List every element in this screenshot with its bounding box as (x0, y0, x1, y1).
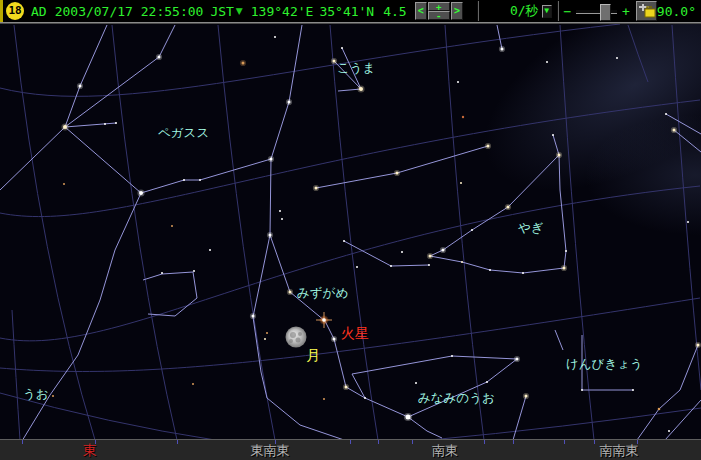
star (289, 291, 292, 294)
direction-label: 南東 (432, 442, 458, 460)
altaz-grid-line (218, 25, 275, 439)
constellation-line (352, 356, 517, 417)
star (457, 81, 459, 83)
altaz-grid-line (12, 310, 20, 439)
mars-label: 火星 (341, 325, 369, 341)
moon-label: 月 (306, 347, 320, 363)
star (333, 338, 336, 341)
altaz-grid-line (430, 408, 701, 439)
constellation-line (143, 272, 197, 316)
constellation-line (0, 127, 65, 190)
view-settings-icon (637, 3, 656, 19)
star (171, 225, 173, 227)
separator (477, 1, 479, 21)
star (471, 229, 473, 231)
star (687, 221, 689, 223)
star (323, 398, 325, 400)
star (279, 210, 281, 212)
direction-label: 東南東 (251, 442, 290, 460)
constellation-label: ペガスス (158, 125, 209, 140)
step-size-stepper: + - (428, 2, 450, 20)
azimuth-tick (484, 440, 485, 444)
fov-slider[interactable] (576, 9, 617, 14)
constellation-line (344, 241, 429, 266)
star (429, 255, 432, 258)
star (522, 272, 524, 274)
star (242, 62, 245, 65)
star (209, 249, 211, 251)
step-back-button[interactable]: < (415, 2, 427, 20)
azimuth-tick (513, 440, 514, 444)
star (401, 251, 403, 253)
star (442, 249, 445, 252)
star (115, 122, 117, 124)
view-settings-button[interactable] (636, 1, 657, 21)
star (315, 187, 318, 190)
constellation-label: やぎ (518, 220, 544, 235)
star (581, 389, 583, 391)
star (104, 123, 106, 125)
speed-dropdown-icon[interactable]: ▼ (542, 5, 552, 18)
fov-slider-thumb[interactable] (600, 4, 611, 21)
star (516, 358, 519, 361)
star (546, 61, 548, 63)
star (525, 395, 528, 398)
azimuth-tick (22, 440, 23, 444)
star (658, 408, 661, 411)
star (428, 264, 430, 266)
mars[interactable] (322, 318, 326, 322)
star (63, 125, 67, 129)
star (486, 381, 488, 383)
star (274, 36, 276, 38)
star (487, 145, 490, 148)
speed-display: 0/秒 (510, 2, 539, 20)
star (673, 129, 676, 132)
star (396, 172, 399, 175)
toolbar: 18 AD 2003/07/17 22:55:00 JST ▼ 139°42'E… (0, 0, 701, 22)
star (161, 272, 163, 274)
constellation-line (665, 400, 701, 439)
constellation-label: みずがめ (297, 285, 348, 300)
star (270, 158, 273, 161)
star (252, 315, 255, 318)
latitude-display: 35°41'N (319, 4, 374, 19)
constellation-line (430, 256, 564, 273)
star (269, 234, 272, 237)
star (451, 355, 453, 357)
zoom-in-label[interactable]: + (622, 4, 630, 19)
longitude-display: 139°42'E (251, 4, 314, 19)
moon-mare (290, 332, 296, 338)
constellation-line (65, 25, 175, 127)
star (462, 116, 464, 118)
constellation-line (270, 235, 365, 398)
constellation-line (141, 25, 302, 193)
star (489, 269, 491, 271)
star (183, 179, 185, 181)
zoom-out-label[interactable]: − (564, 4, 572, 19)
star (364, 397, 366, 399)
era-display: AD (31, 4, 47, 19)
step-forward-button[interactable]: > (451, 2, 463, 20)
constellation-label: うお (23, 386, 49, 401)
timezone-dropdown-icon[interactable]: ▼ (236, 6, 243, 16)
altaz-grid-line (445, 25, 484, 439)
star (552, 134, 554, 136)
constellation-label: みなみのうお (418, 390, 495, 405)
star (697, 344, 700, 347)
star (333, 60, 336, 63)
altaz-grid-line (112, 25, 177, 439)
step-minus-button[interactable]: - (428, 11, 450, 20)
timezone-display: JST (210, 4, 233, 19)
constellation-line (65, 123, 116, 127)
constellation-line (22, 193, 141, 439)
star (668, 430, 670, 432)
moon[interactable] (286, 327, 307, 348)
datetime-display: 2003/07/17 22:55:00 (55, 4, 204, 19)
star (345, 386, 348, 389)
sky-map[interactable]: こうまペガススやぎみずがめけんびきょうみなみのうおうお月火星 (0, 24, 701, 439)
star (565, 250, 567, 252)
star (79, 85, 82, 88)
star (266, 332, 268, 334)
constellation-line (637, 345, 698, 439)
constellation-label: けんびきょう (566, 356, 643, 371)
